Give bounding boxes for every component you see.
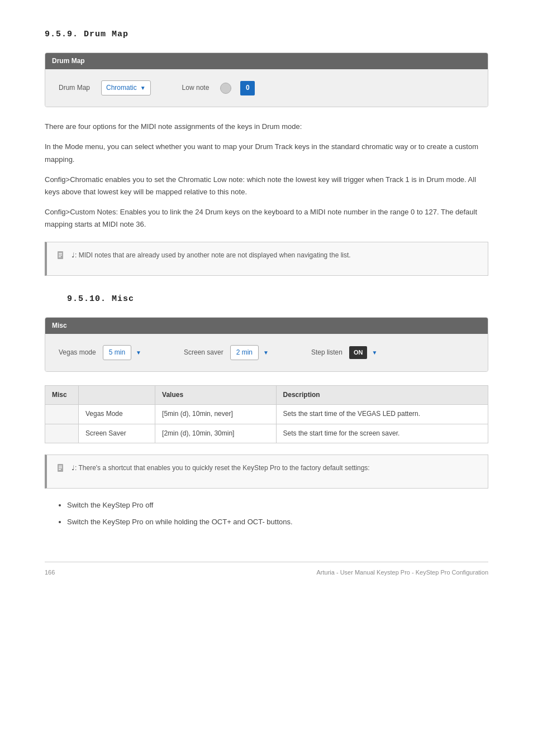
page-number: 166 [45,568,55,578]
chromatic-dropdown-arrow: ▼ [140,84,146,93]
misc-panel-title: Misc [45,318,488,334]
page-footer: 166 Arturia - User Manual Keystep Pro - … [45,562,488,578]
table-header-description: Description [276,386,488,405]
low-note-circle[interactable] [220,83,231,94]
vegas-dropdown-arrow[interactable]: ▼ [136,348,141,357]
misc-note-text: ♩: There's a shortcut that enables you t… [72,463,370,473]
drum-map-para-3: Config>Chromatic enables you to set the … [45,174,488,198]
svg-rect-6 [59,467,62,468]
drum-map-panel: Drum Map Drum Map Chromatic ▼ Low note 0 [45,52,488,107]
screen-dropdown-arrow[interactable]: ▼ [263,348,269,357]
drum-map-panel-title: Drum Map [45,53,488,69]
table-row: Screen Saver [2min (d), 10min, 30min] Se… [45,424,488,443]
table-cell-misc-2 [45,424,79,443]
drum-map-label: Drum Map [59,83,90,93]
misc-table: Misc Values Description Vegas Mode [5min… [45,385,488,443]
bullet-item-2: Switch the KeyStep Pro on while holding … [67,516,488,528]
misc-panel: Misc Vegas mode 5 min ▼ Screen saver 2 m… [45,317,488,372]
table-cell-desc-1: Sets the start time of the VEGAS LED pat… [276,405,488,424]
bullet-item-1: Switch the KeyStep Pro off [67,500,488,511]
svg-rect-7 [59,469,61,470]
svg-rect-1 [59,253,62,254]
table-header-misc: Misc [45,386,79,405]
section-misc-heading: 9.5.10. Misc [45,293,488,306]
table-cell-desc-2: Sets the start time for the screen saver… [276,424,488,443]
low-note-label: Low note [182,83,210,93]
vegas-mode-group: Vegas mode 5 min ▼ [59,345,141,360]
bullet-list: Switch the KeyStep Pro off Switch the Ke… [67,500,488,529]
vegas-mode-value[interactable]: 5 min [103,345,131,360]
screen-saver-group: Screen saver 2 min ▼ [184,345,269,360]
drum-map-note-box: ♩: MIDI notes that are already used by a… [45,242,488,276]
chromatic-dropdown[interactable]: Chromatic ▼ [101,80,151,95]
misc-note-box: ♩: There's a shortcut that enables you t… [45,454,488,489]
table-header-values: Values [155,386,277,405]
note-icon-2 [56,464,65,480]
step-listen-dropdown-arrow[interactable]: ▼ [372,348,377,357]
table-cell-values-1: [5min (d), 10min, never] [155,405,277,424]
svg-rect-5 [59,466,62,467]
low-note-value[interactable]: 0 [240,81,255,95]
table-cell-name-1: Vegas Mode [79,405,155,424]
svg-rect-2 [59,255,62,256]
chromatic-value: Chromatic [106,83,137,93]
step-listen-group: Step listen ON ▼ [311,346,377,360]
vegas-mode-label: Vegas mode [59,347,96,358]
screen-saver-value[interactable]: 2 min [230,345,259,360]
drum-map-panel-body: Drum Map Chromatic ▼ Low note 0 [45,69,488,107]
step-listen-label: Step listen [311,347,342,358]
drum-map-para-1: There are four options for the MIDI note… [45,121,488,133]
table-cell-values-2: [2min (d), 10min, 30min] [155,424,277,443]
table-row: Vegas Mode [5min (d), 10min, never] Sets… [45,405,488,424]
screen-saver-label: Screen saver [184,347,223,358]
section-drum-map: 9.5.9. Drum Map Drum Map Drum Map Chroma… [45,28,488,276]
table-cell-name-2: Screen Saver [79,424,155,443]
step-listen-value[interactable]: ON [349,346,368,360]
svg-rect-3 [59,256,61,257]
section-misc: 9.5.10. Misc Misc Vegas mode 5 min ▼ Scr… [45,293,488,528]
drum-map-para-4: Config>Custom Notes: Enables you to link… [45,206,488,231]
drum-map-note-text: ♩: MIDI notes that are already used by a… [72,250,351,260]
drum-map-para-2: In the Mode menu, you can select whether… [45,141,488,165]
table-cell-misc-1 [45,405,79,424]
note-icon-1 [56,251,65,267]
document-title: Arturia - User Manual Keystep Pro - KeyS… [316,568,488,578]
table-header-name [79,386,155,405]
section-drum-map-heading: 9.5.9. Drum Map [45,28,488,41]
misc-panel-body: Vegas mode 5 min ▼ Screen saver 2 min ▼ … [45,334,488,371]
